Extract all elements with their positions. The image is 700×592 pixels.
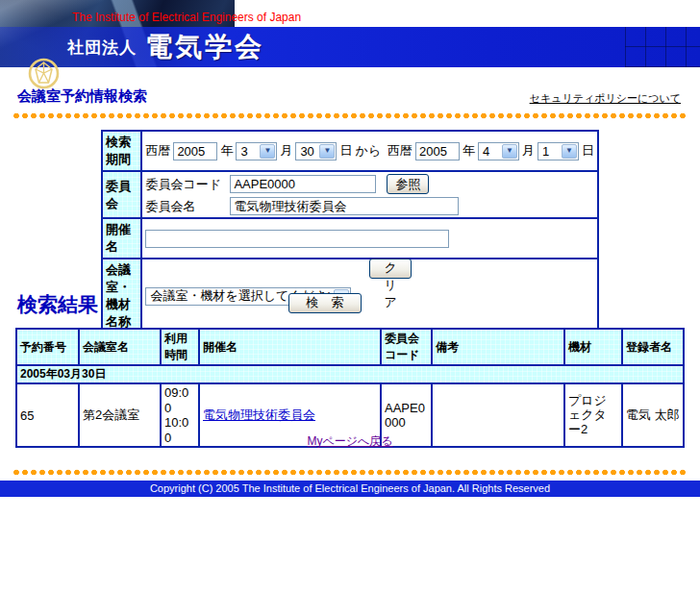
header-tagline: The Institute of Electrical Engineers of… xyxy=(72,11,301,24)
header: The Institute of Electrical Engineers of… xyxy=(0,0,700,67)
date-group-label: 2005年03月30日 xyxy=(16,365,684,383)
org-prefix: 社団法人 xyxy=(67,37,137,59)
end-month-select[interactable]: 4 ▼ xyxy=(478,142,519,160)
col-time: 利用時間 xyxy=(161,329,199,365)
col-number: 予約番号 xyxy=(16,329,79,365)
security-policy-link[interactable]: セキュリティポリシーについて xyxy=(530,91,681,106)
results-heading: 検索結果 xyxy=(17,291,98,318)
col-registrant: 登録者名 xyxy=(622,329,684,365)
committee-name-input[interactable] xyxy=(230,197,459,215)
era-label-start: 西暦 xyxy=(145,142,170,160)
chevron-down-icon: ▼ xyxy=(319,144,335,159)
event-row: 開催名 xyxy=(102,218,598,259)
time-start: 09:00 xyxy=(164,385,195,415)
event-name-input[interactable] xyxy=(145,230,449,248)
ieej-logo-icon xyxy=(28,58,60,89)
col-room: 会議室名 xyxy=(79,329,161,365)
period-row: 検索期間 西暦 年 3 ▼ 月 30 ▼ 日 から 西暦 年 xyxy=(102,131,598,171)
end-year-input[interactable] xyxy=(415,142,460,160)
browse-button[interactable]: 参照 xyxy=(387,174,429,194)
end-month-value: 4 xyxy=(479,144,491,159)
day-suffix-start: 日 xyxy=(339,142,352,160)
end-day-value: 1 xyxy=(538,144,551,159)
mypage-row: Myページへ戻る xyxy=(0,432,700,450)
dotted-divider-bottom xyxy=(13,469,687,476)
col-equipment: 機材 xyxy=(564,329,622,365)
org-title: 社団法人 電気学会 xyxy=(67,27,264,67)
committee-name-label: 委員会名 xyxy=(145,198,227,215)
period-label: 検索期間 xyxy=(102,131,141,171)
day-suffix-end: 日 xyxy=(582,142,594,160)
mypage-back-link[interactable]: Myページへ戻る xyxy=(307,434,392,448)
chevron-down-icon: ▼ xyxy=(260,144,275,159)
committee-label: 委員会 xyxy=(102,171,141,218)
page-title: 会議室予約情報検索 xyxy=(17,87,147,106)
start-month-value: 3 xyxy=(237,144,249,159)
dotted-divider-top xyxy=(13,112,687,119)
results-table: 予約番号 会議室名 利用時間 開催名 委員会コード 備考 機材 登録者名 200… xyxy=(15,328,685,448)
form-actions: 検 索 クリア xyxy=(0,259,700,313)
date-group-row: 2005年03月30日 xyxy=(16,365,684,383)
footer-copyright: Copyright (C) 2005 The Institute of Elec… xyxy=(0,481,700,497)
event-detail-link[interactable]: 電気物理技術委員会 xyxy=(203,407,315,422)
month-suffix-start: 月 xyxy=(280,142,292,160)
chevron-down-icon: ▼ xyxy=(502,144,517,159)
start-month-select[interactable]: 3 ▼ xyxy=(236,142,277,160)
header-grid-pattern xyxy=(625,27,700,67)
era-label-end: 西暦 xyxy=(388,142,412,160)
start-year-input[interactable] xyxy=(173,142,217,160)
col-remarks: 備考 xyxy=(432,329,564,365)
start-day-select[interactable]: 30 ▼ xyxy=(295,142,337,160)
event-label: 開催名 xyxy=(102,218,141,259)
committee-code-label: 委員会コード xyxy=(145,176,227,193)
clear-button[interactable]: クリア xyxy=(369,259,412,279)
committee-code-input[interactable] xyxy=(230,175,376,193)
from-connector: から xyxy=(355,142,381,160)
committee-row: 委員会 委員会コード 参照 委員会名 xyxy=(102,171,598,218)
header-blue-band: 社団法人 電気学会 xyxy=(0,27,700,67)
month-suffix-end: 月 xyxy=(522,142,535,160)
col-event: 開催名 xyxy=(199,329,381,365)
org-name: 電気学会 xyxy=(145,29,264,65)
year-suffix-start: 年 xyxy=(220,142,233,160)
results-header-row: 予約番号 会議室名 利用時間 開催名 委員会コード 備考 機材 登録者名 xyxy=(16,329,684,365)
col-code: 委員会コード xyxy=(381,329,432,365)
year-suffix-end: 年 xyxy=(462,142,475,160)
search-button[interactable]: 検 索 xyxy=(288,293,362,313)
end-day-select[interactable]: 1 ▼ xyxy=(538,142,579,160)
chevron-down-icon: ▼ xyxy=(562,144,577,159)
start-day-value: 30 xyxy=(296,144,315,159)
